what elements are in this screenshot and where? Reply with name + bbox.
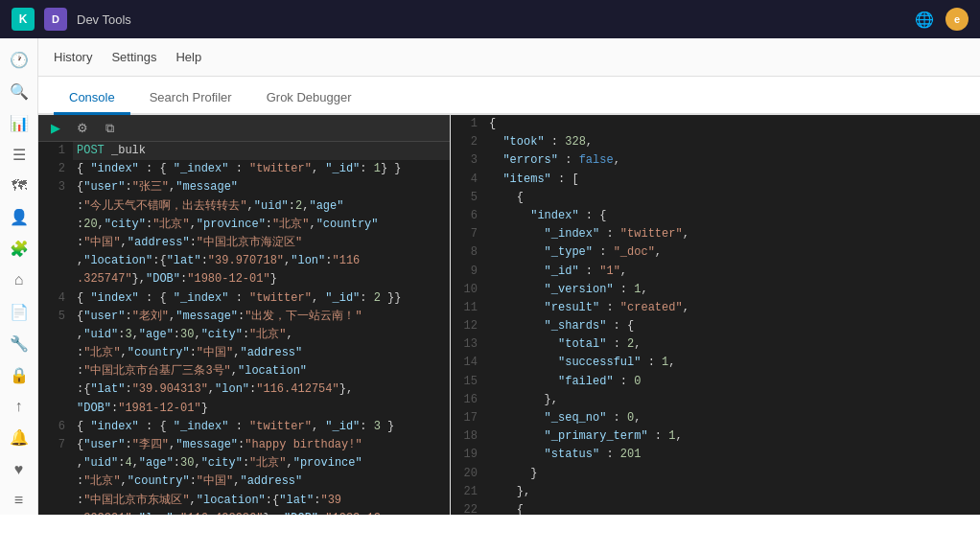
r-line-content-16: }, xyxy=(485,391,980,409)
sidebar-icon-wrench[interactable]: 🔧 xyxy=(4,330,35,357)
r-line-num-14: 14 xyxy=(451,354,485,372)
content-area: History Settings Help Console Search Pro… xyxy=(38,38,980,515)
r-line-content-5: { xyxy=(485,189,980,207)
r-line-content-11: "result" : "created", xyxy=(485,299,980,317)
line-num-5d xyxy=(38,380,73,399)
line-num-7: 7 xyxy=(38,436,73,454)
main-layout: 🕐 🔍 📊 ☰ 🗺 👤 🧩 ⌂ 📄 🔧 🔒 ↑ 🔔 ♥ ≡ History Se… xyxy=(0,38,980,515)
line-content-3a: :"今儿天气不错啊，出去转转去","uid":2,"age" xyxy=(73,197,450,216)
r-code-line-11: 11 "result" : "created", xyxy=(451,299,980,317)
r-code-line-21: 21 }, xyxy=(451,483,980,501)
line-content-7b: :"北京","country":"中国","address" xyxy=(73,472,450,491)
r-line-num-11: 11 xyxy=(451,299,485,317)
code-line-3: 3 {"user":"张三","message" xyxy=(38,178,450,196)
sidebar-icon-chart[interactable]: 📊 xyxy=(4,109,35,137)
sidebar-icon-lock[interactable]: 🔒 xyxy=(4,361,35,389)
tab-search-profiler[interactable]: Search Profiler xyxy=(134,82,247,115)
r-code-line-17: 17 "_seq_no" : 0, xyxy=(451,409,980,427)
line-num-5a xyxy=(38,326,73,344)
settings-button[interactable]: ⚙ xyxy=(73,119,92,138)
r-line-content-3: "errors" : false, xyxy=(485,151,980,170)
code-line-1: 1 POST _bulk xyxy=(38,142,450,160)
code-line-6: 6 { "index" : { "_index" : "twitter", "_… xyxy=(38,418,450,436)
line-content-6: { "index" : { "_index" : "twitter", "_id… xyxy=(73,418,450,436)
right-editor-panel: 1 { 2 "took" : 328, 3 "errors" : false, … xyxy=(451,115,980,515)
r-line-content-19: "status" : 201 xyxy=(485,446,980,464)
r-line-content-17: "_seq_no" : 0, xyxy=(485,409,980,427)
sidebar-icon-more[interactable]: ≡ xyxy=(4,487,35,515)
top-bar: K D Dev Tools 🌐 e xyxy=(0,0,980,38)
r-line-num-22: 22 xyxy=(451,501,485,515)
line-content-2: { "index" : { "_index" : "twitter", "_id… xyxy=(73,160,450,178)
line-num-7b xyxy=(38,472,73,491)
copy-button[interactable]: ⧉ xyxy=(100,119,119,138)
tab-grok-debugger[interactable]: Grok Debugger xyxy=(251,82,367,115)
r-line-num-20: 20 xyxy=(451,465,485,483)
sidebar-icon-heart[interactable]: ♥ xyxy=(4,455,35,483)
sidebar-icon-search[interactable]: 🔍 xyxy=(4,78,35,105)
code-line-7b: :"北京","country":"中国","address" xyxy=(38,472,450,491)
r-line-num-21: 21 xyxy=(451,483,485,501)
r-code-line-8: 8 "_type" : "_doc", xyxy=(451,243,980,262)
sidebar-icon-puzzle[interactable]: 🧩 xyxy=(4,235,35,263)
user-avatar[interactable]: e xyxy=(945,8,968,31)
nav-history[interactable]: History xyxy=(54,46,92,68)
line-content-5c: :"中国北京市台基厂三条3号","location" xyxy=(73,362,450,380)
kibana-logo: K xyxy=(12,8,35,31)
r-line-num-4: 4 xyxy=(451,171,485,189)
sidebar-icon-clock[interactable]: 🕐 xyxy=(4,46,35,74)
line-content-1: POST _bulk xyxy=(73,142,450,160)
r-line-num-18: 18 xyxy=(451,427,485,446)
r-line-content-21: }, xyxy=(485,483,980,501)
nav-help[interactable]: Help xyxy=(175,46,201,68)
line-num-7d xyxy=(38,510,73,515)
sidebar-icon-user[interactable]: 👤 xyxy=(4,203,35,231)
line-num-3: 3 xyxy=(38,178,73,196)
r-line-num-2: 2 xyxy=(451,133,485,151)
r-line-num-6: 6 xyxy=(451,207,485,225)
line-content-3e: .325747"},"DOB":"1980-12-01"} xyxy=(73,270,450,288)
line-num-5: 5 xyxy=(38,308,73,326)
line-content-7a: ,"uid":4,"age":30,"city":"北京","province" xyxy=(73,454,450,472)
r-code-line-3: 3 "errors" : false, xyxy=(451,151,980,170)
r-line-num-16: 16 xyxy=(451,391,485,409)
line-content-7: {"user":"李四","message":"happy birthday!" xyxy=(73,436,450,454)
line-num-5e xyxy=(38,400,73,418)
tab-console[interactable]: Console xyxy=(54,82,130,115)
r-line-content-8: "_type" : "_doc", xyxy=(485,243,980,262)
r-code-line-12: 12 "_shards" : { xyxy=(451,317,980,335)
line-num-3a xyxy=(38,197,73,216)
line-content-4: { "index" : { "_index" : "twitter", "_id… xyxy=(73,289,450,308)
sidebar-icon-list[interactable]: ☰ xyxy=(4,141,35,169)
r-line-num-17: 17 xyxy=(451,409,485,427)
top-bar-right: 🌐 e xyxy=(915,8,968,31)
sidebar-icon-share[interactable]: ↑ xyxy=(4,392,35,420)
sidebar-icon-map[interactable]: 🗺 xyxy=(4,172,35,199)
line-num-7a xyxy=(38,454,73,472)
code-line-5a: ,"uid":3,"age":30,"city":"北京", xyxy=(38,326,450,344)
line-num-5c xyxy=(38,362,73,380)
r-line-content-20: } xyxy=(485,465,980,483)
sidebar-icon-file[interactable]: 📄 xyxy=(4,298,35,326)
r-code-line-9: 9 "_id" : "1", xyxy=(451,263,980,281)
r-line-content-7: "_index" : "twitter", xyxy=(485,225,980,243)
r-line-content-9: "_id" : "1", xyxy=(485,263,980,281)
settings-globe-icon[interactable]: 🌐 xyxy=(915,11,934,29)
r-line-num-8: 8 xyxy=(451,243,485,262)
sidebar-icon-alert[interactable]: 🔔 xyxy=(4,424,35,451)
r-code-line-10: 10 "_version" : 1, xyxy=(451,281,980,299)
r-line-content-15: "failed" : 0 xyxy=(485,373,980,391)
r-code-line-19: 19 "status" : 201 xyxy=(451,446,980,464)
r-line-num-19: 19 xyxy=(451,446,485,464)
line-num-3d xyxy=(38,252,73,270)
nav-settings[interactable]: Settings xyxy=(111,46,156,68)
r-line-num-9: 9 xyxy=(451,263,485,281)
sidebar-icon-home[interactable]: ⌂ xyxy=(4,266,35,294)
sidebar: 🕐 🔍 📊 ☰ 🗺 👤 🧩 ⌂ 📄 🔧 🔒 ↑ 🔔 ♥ ≡ xyxy=(0,38,38,515)
r-code-line-20: 20 } xyxy=(451,465,980,483)
r-line-num-10: 10 xyxy=(451,281,485,299)
right-editor-content[interactable]: 1 { 2 "took" : 328, 3 "errors" : false, … xyxy=(451,115,980,515)
line-content-5: {"user":"老刘","message":"出发，下一站云南！" xyxy=(73,308,450,326)
left-editor-content[interactable]: 1 POST _bulk 2 { "index" : { "_index" : … xyxy=(38,142,450,515)
run-button[interactable]: ▶ xyxy=(46,119,65,138)
